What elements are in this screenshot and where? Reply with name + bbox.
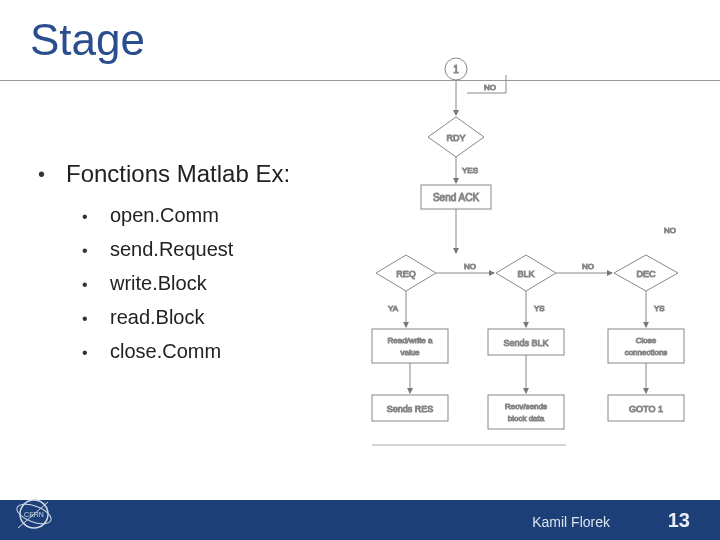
footer-page-number: 13 [668,509,690,532]
flow-goto: GOTO 1 [629,404,663,414]
svg-text:value: value [400,348,420,357]
flow-ys-1: YS [534,304,545,313]
footer-author: Kamil Florek [532,514,610,530]
bullet-icon: • [82,272,110,298]
list-item: •send.Request [82,238,368,264]
svg-text:Close: Close [636,336,657,345]
heading-row: • Fonctions Matlab Ex: [38,160,368,188]
flow-send-ack: Send ACK [433,192,479,203]
list-item: •open.Comm [82,204,368,230]
flow-ya-1: YA [388,304,399,313]
flow-no-side: NO [664,226,676,235]
flow-no-1: NO [464,262,476,271]
flow-start-out: NO [484,83,496,92]
bullet-icon: • [82,306,110,332]
svg-rect-20 [608,329,684,363]
flowchart-diagram: 1 NO RDY YES Send ACK NO REQ BLK DEC [366,55,706,455]
svg-rect-27 [488,395,564,429]
fn-closecomm: close.Comm [110,340,221,363]
section-heading: Fonctions Matlab Ex: [66,160,290,188]
fn-readblock: read.Block [110,306,205,329]
flow-blk: BLK [517,269,534,279]
flow-ys-2: YS [654,304,665,313]
flow-rdy-yes: YES [462,166,478,175]
flow-dec: DEC [636,269,656,279]
slide: Stage • Fonctions Matlab Ex: •open.Comm … [0,0,720,540]
svg-text:Read/write a: Read/write a [388,336,433,345]
content-block: • Fonctions Matlab Ex: •open.Comm •send.… [38,160,368,374]
list-item: •close.Comm [82,340,368,366]
flow-req: REQ [396,269,416,279]
bullet-icon: • [82,340,110,366]
bullet-icon: • [82,204,110,230]
flow-sends-blk: Sends BLK [503,338,548,348]
list-item: •write.Block [82,272,368,298]
svg-rect-16 [372,329,448,363]
flow-sends-res: Sends RES [387,404,434,414]
function-list: •open.Comm •send.Request •write.Block •r… [82,204,368,366]
slide-title: Stage [30,15,145,65]
list-item: •read.Block [82,306,368,332]
logo-text: CERN [24,511,44,518]
flow-start: 1 [453,64,459,75]
bullet-icon: • [38,160,66,188]
svg-text:Recv/sends: Recv/sends [505,402,547,411]
cern-logo-icon: CERN [14,494,54,534]
svg-text:connections: connections [625,348,668,357]
flow-rdy: RDY [446,133,465,143]
fn-sendrequest: send.Request [110,238,233,261]
fn-writeblock: write.Block [110,272,207,295]
footer-bar [0,500,720,540]
fn-opencomm: open.Comm [110,204,219,227]
bullet-icon: • [82,238,110,264]
flow-no-2: NO [582,262,594,271]
svg-text:block data: block data [508,414,545,423]
